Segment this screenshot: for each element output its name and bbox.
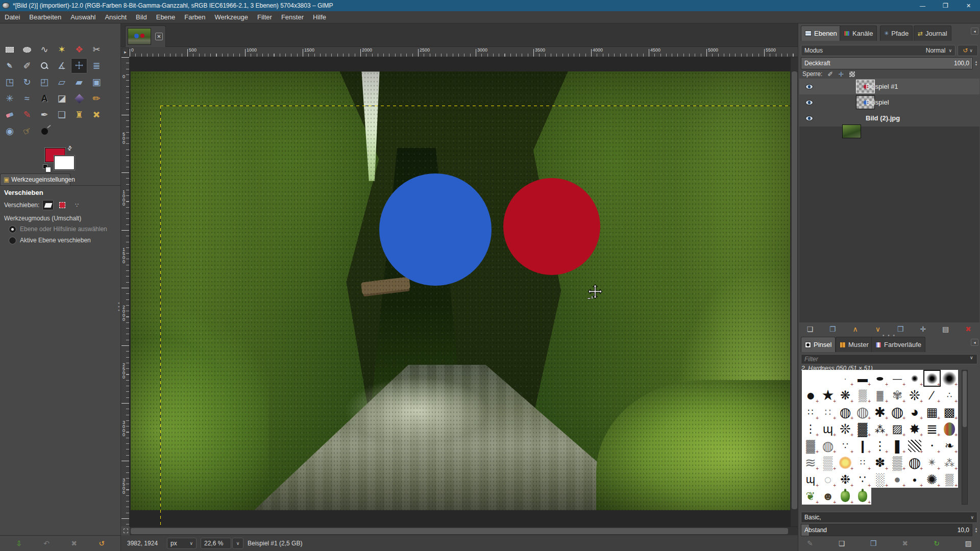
tool-bucket-fill[interactable]: ◪: [54, 91, 70, 106]
menu-bearbeiten[interactable]: Bearbeiten: [24, 11, 66, 23]
brush-splatter-2[interactable]: ❊: [906, 387, 923, 404]
move-selection-button[interactable]: [57, 200, 68, 210]
close-button[interactable]: ✕: [957, 0, 980, 11]
raise-layer-button[interactable]: ∧: [846, 323, 865, 335]
menu-ebene[interactable]: Ebene: [152, 11, 180, 23]
brush-v-stroke[interactable]: ❙: [854, 437, 871, 454]
move-layer-button[interactable]: [42, 200, 54, 210]
collapse-dock-icon[interactable]: ◂: [971, 28, 978, 35]
delete-brush-button[interactable]: ✖: [895, 538, 915, 549]
duplicate-brush-button[interactable]: ❒: [864, 538, 883, 549]
brush-small-dot[interactable]: •: [923, 437, 941, 454]
spin-down-icon[interactable]: ▾: [975, 63, 977, 66]
brush-scratch-2[interactable]: ⁂: [941, 454, 958, 471]
tab-ebenen[interactable]: Ebenen: [801, 26, 841, 41]
brush-blob-2[interactable]: ●: [889, 471, 906, 488]
layer-mode-dropdown[interactable]: Modus Normal ∨: [801, 45, 955, 56]
radio-pick-layer-or-guide[interactable]: Ebene oder Hilfslinie auswählen: [9, 226, 107, 233]
tool-measure[interactable]: ∡: [54, 58, 70, 73]
tool-mypaint-brush[interactable]: ❏: [54, 107, 70, 122]
horizontal-ruler[interactable]: 0500100015002000250030003500400045005000…: [130, 47, 798, 57]
brush-soft-star[interactable]: ✴: [923, 454, 941, 471]
brush-block[interactable]: ▬: [854, 370, 871, 387]
brush-fuzzy-lg[interactable]: [941, 370, 958, 387]
tool-dodge-burn[interactable]: [36, 123, 53, 139]
tool-shear[interactable]: ▱: [54, 74, 70, 90]
brush-texture-3[interactable]: ▒: [941, 471, 958, 488]
vertical-scrollbar[interactable]: [790, 57, 798, 527]
opacity-slider[interactable]: Deckkraft 100,0: [801, 57, 972, 69]
tool-crop[interactable]: ◳: [2, 74, 18, 90]
delete-settings-button[interactable]: ✖: [64, 538, 84, 549]
refresh-brushes-button[interactable]: ↻: [927, 538, 946, 549]
radio-move-active-layer[interactable]: Aktive Ebene verschieben: [9, 237, 91, 244]
brush-disc[interactable]: ●: [802, 387, 819, 404]
tool-paintbrush[interactable]: ✐: [19, 58, 35, 73]
brush-ellipse[interactable]: ●: [871, 370, 889, 387]
tool-ink[interactable]: ✒: [36, 107, 53, 122]
tool-scale[interactable]: ◰: [36, 74, 53, 90]
edit-brush-button[interactable]: ✎: [800, 538, 820, 549]
brush-pepper-2[interactable]: [854, 488, 871, 505]
brush-hair[interactable]: ∕: [923, 387, 941, 404]
tab-pinsel[interactable]: Pinsel: [801, 337, 836, 352]
tool-gradient[interactable]: [71, 91, 87, 106]
brush-star[interactable]: ★: [819, 387, 837, 404]
brush-drip-line[interactable]: ⋮: [871, 437, 889, 454]
zoom-dropdown[interactable]: ∨: [232, 538, 243, 549]
visibility-eye-icon[interactable]: [805, 84, 813, 89]
swap-colors-icon[interactable]: ⇄: [66, 144, 74, 153]
brush-pepper[interactable]: [837, 488, 854, 505]
brush-tiny-dot[interactable]: ·: [837, 370, 854, 387]
tool-rect-select[interactable]: [2, 42, 18, 57]
spacing-spinner[interactable]: ▴ ▾: [973, 524, 979, 536]
tab-muster[interactable]: Muster: [836, 337, 873, 352]
brush-faint-texture[interactable]: ░: [871, 471, 889, 488]
unit-dropdown[interactable]: px ∨: [167, 538, 197, 549]
tool-warp[interactable]: ≈: [19, 91, 35, 106]
brush-drips[interactable]: ⋮: [802, 420, 819, 437]
background-color-swatch[interactable]: [54, 156, 75, 170]
tool-blur-sharpen[interactable]: ◉: [2, 123, 18, 139]
tool-text[interactable]: A: [36, 91, 53, 106]
tool-perspective[interactable]: ▰: [71, 74, 87, 90]
tab-journal[interactable]: ⇄Journal: [914, 26, 951, 41]
brush-sphere[interactable]: ◕: [906, 404, 923, 420]
brush-specks[interactable]: ∷: [854, 454, 871, 471]
collapse-dock-icon[interactable]: ◂: [971, 339, 978, 346]
layer-row[interactable]: Beispiel: [799, 94, 979, 110]
brush-blob-1[interactable]: ◍: [819, 437, 837, 454]
tool-fuzzy-select[interactable]: ✶: [54, 42, 70, 57]
brush-grid-scrollbar-thumb[interactable]: [963, 371, 967, 427]
layer-row[interactable]: Bild (2).jpg: [799, 110, 979, 126]
tool-clone[interactable]: ♜: [71, 107, 87, 122]
opacity-spinner[interactable]: ▴ ▾: [973, 57, 979, 69]
horizontal-scrollbar[interactable]: [130, 527, 798, 535]
horizontal-scrollbar-thumb[interactable]: [131, 528, 788, 534]
brush-grass-2[interactable]: ɰ: [802, 471, 819, 488]
anchor-layer-button[interactable]: ✛: [913, 323, 933, 335]
restore-button[interactable]: ❐: [934, 0, 957, 11]
brush-spacing-slider[interactable]: Abstand 10,0: [801, 524, 972, 536]
close-image-icon[interactable]: ✕: [155, 33, 163, 40]
brush-balloon[interactable]: [941, 420, 958, 437]
brush-diag-lines[interactable]: [906, 437, 923, 454]
brush-smudge-1[interactable]: ▓: [871, 387, 889, 404]
brush-splatter-4[interactable]: ❊: [837, 420, 854, 437]
tool-select-by-color[interactable]: ❖: [71, 42, 87, 57]
brush-dot-field[interactable]: ∷: [819, 404, 837, 420]
brush-chalk-1[interactable]: ▒: [854, 387, 871, 404]
menu-fenster[interactable]: Fenster: [277, 11, 308, 23]
brush-splatter-7[interactable]: ❉: [837, 471, 854, 488]
brush-ink-blots[interactable]: ∵: [854, 471, 871, 488]
brush-fuzzy-sel[interactable]: [923, 370, 941, 387]
brush-soft-splatter[interactable]: ✾: [889, 387, 906, 404]
brush-vine[interactable]: ❦: [802, 488, 819, 505]
brush-smoke[interactable]: ≋: [802, 454, 819, 471]
brush-block-texture[interactable]: ▓: [854, 420, 871, 437]
brush-flecks[interactable]: ∵: [837, 437, 854, 454]
layer-row[interactable]: Beispiel #1: [799, 79, 979, 94]
tool-move[interactable]: [71, 58, 87, 73]
brush-mid-dot[interactable]: ●: [906, 471, 923, 488]
brush-hatch-1[interactable]: ▨: [889, 420, 906, 437]
